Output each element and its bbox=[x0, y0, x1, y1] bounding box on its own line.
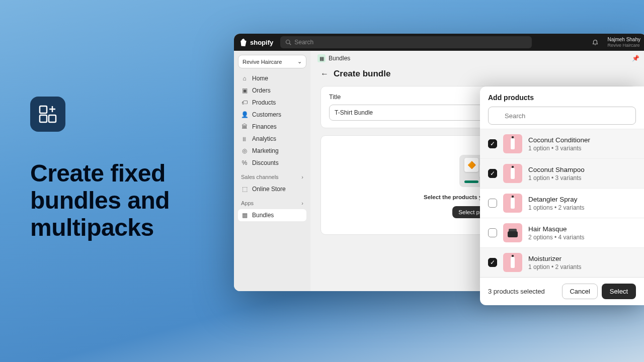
sidebar-item-online-store[interactable]: ⬚Online Store bbox=[238, 183, 306, 195]
pin-button[interactable]: 📌 bbox=[632, 55, 639, 62]
sidebar-item-orders[interactable]: ▣Orders bbox=[238, 84, 306, 97]
analytics-icon: ⫼ bbox=[241, 135, 248, 142]
customers-icon: 👤 bbox=[241, 111, 248, 118]
sidebar-item-home[interactable]: ⌂Home bbox=[238, 72, 306, 84]
product-checkbox[interactable]: ✓ bbox=[488, 258, 497, 267]
svg-rect-1 bbox=[40, 115, 47, 122]
user-menu[interactable]: Najmeh Shahy Revive Haircare bbox=[607, 37, 640, 48]
selected-count: 3 products selected bbox=[488, 288, 545, 295]
add-products-modal: Add products ✓Coconut Conditioner1 optio… bbox=[480, 86, 644, 305]
modal-title: Add products bbox=[480, 86, 644, 107]
product-thumbnail bbox=[503, 223, 522, 242]
product-row[interactable]: Detangler Spray1 options • 2 variants bbox=[480, 188, 644, 218]
bell-icon bbox=[592, 39, 599, 46]
product-checkbox[interactable]: ✓ bbox=[488, 139, 497, 148]
product-name: Coconut Shampoo bbox=[528, 165, 636, 174]
back-button[interactable]: ← bbox=[320, 69, 329, 78]
product-meta: 1 option • 3 variants bbox=[528, 145, 636, 152]
bundles-icon: ▦ bbox=[241, 212, 248, 219]
sidebar-item-analytics[interactable]: ⫼Analytics bbox=[238, 133, 306, 145]
global-search[interactable]: Search bbox=[280, 36, 532, 48]
svg-point-5 bbox=[286, 40, 290, 44]
product-thumbnail bbox=[503, 134, 522, 153]
product-thumbnail bbox=[503, 194, 522, 213]
product-checkbox[interactable]: ✓ bbox=[488, 169, 497, 178]
store-selector[interactable]: Revive Haircare ⌄ bbox=[238, 55, 306, 68]
product-row[interactable]: ✓Moisturizer1 option • 2 variants bbox=[480, 247, 644, 277]
finances-icon: 🏛 bbox=[241, 123, 248, 130]
product-meta: 1 option • 3 variants bbox=[528, 174, 636, 182]
sidebar: Revive Haircare ⌄ ⌂Home▣Orders🏷Products👤… bbox=[234, 51, 310, 291]
cancel-button[interactable]: Cancel bbox=[562, 284, 597, 299]
sidebar-item-discounts[interactable]: %Discounts bbox=[238, 157, 306, 169]
product-name: Detangler Spray bbox=[528, 195, 636, 204]
svg-rect-0 bbox=[40, 106, 47, 113]
chevron-right-icon: › bbox=[301, 200, 303, 206]
sidebar-item-finances[interactable]: 🏛Finances bbox=[238, 121, 306, 133]
product-name: Hair Masque bbox=[528, 225, 636, 234]
svg-rect-2 bbox=[49, 115, 56, 122]
store-icon: ⬚ bbox=[241, 186, 248, 193]
sales-channels-header[interactable]: Sales channels› bbox=[238, 171, 306, 183]
sidebar-item-products[interactable]: 🏷Products bbox=[238, 97, 306, 109]
product-meta: 1 options • 2 variants bbox=[528, 204, 636, 211]
brand: shopify bbox=[240, 38, 273, 46]
page-title: Create bundle bbox=[334, 69, 390, 79]
marketing-icon: ◎ bbox=[241, 147, 248, 154]
bundles-app-icon: ▦ bbox=[317, 54, 326, 62]
product-row[interactable]: Hair Masque2 options • 4 variants bbox=[480, 218, 644, 247]
product-thumbnail bbox=[503, 253, 522, 272]
topbar: shopify Search Najmeh Shahy Revive Hairc… bbox=[234, 34, 644, 51]
product-name: Moisturizer bbox=[528, 254, 636, 263]
product-row[interactable]: ✓Coconut Conditioner1 option • 3 variant… bbox=[480, 129, 644, 158]
home-icon: ⌂ bbox=[241, 75, 248, 82]
sidebar-item-customers[interactable]: 👤Customers bbox=[238, 109, 306, 121]
sidebar-item-bundles[interactable]: ▦Bundles bbox=[238, 209, 306, 221]
discounts-icon: % bbox=[241, 159, 248, 166]
orders-icon: ▣ bbox=[241, 87, 248, 94]
notifications-button[interactable] bbox=[589, 36, 601, 48]
product-search-input[interactable] bbox=[488, 107, 636, 125]
svg-line-6 bbox=[289, 43, 291, 45]
app-icon bbox=[30, 97, 65, 132]
chevron-right-icon: › bbox=[301, 174, 303, 180]
product-meta: 2 options • 4 variants bbox=[528, 234, 636, 241]
promo-headline: Create fixed bundles and multipacks bbox=[30, 160, 170, 241]
chevron-down-icon: ⌄ bbox=[297, 58, 302, 65]
product-checkbox[interactable] bbox=[488, 228, 497, 237]
apps-header[interactable]: Apps› bbox=[238, 197, 306, 209]
shopify-logo-icon bbox=[240, 38, 247, 46]
product-thumbnail bbox=[503, 164, 522, 183]
search-icon bbox=[285, 39, 291, 45]
product-meta: 1 option • 2 variants bbox=[528, 263, 636, 270]
sidebar-item-marketing[interactable]: ◎Marketing bbox=[238, 145, 306, 157]
product-row[interactable]: ✓Coconut Shampoo1 option • 3 variants bbox=[480, 158, 644, 188]
breadcrumb: ▦ Bundles 📌 bbox=[310, 51, 644, 66]
product-name: Coconut Conditioner bbox=[528, 136, 636, 145]
products-icon: 🏷 bbox=[241, 99, 248, 106]
select-button[interactable]: Select bbox=[602, 284, 636, 299]
product-checkbox[interactable] bbox=[488, 199, 497, 208]
